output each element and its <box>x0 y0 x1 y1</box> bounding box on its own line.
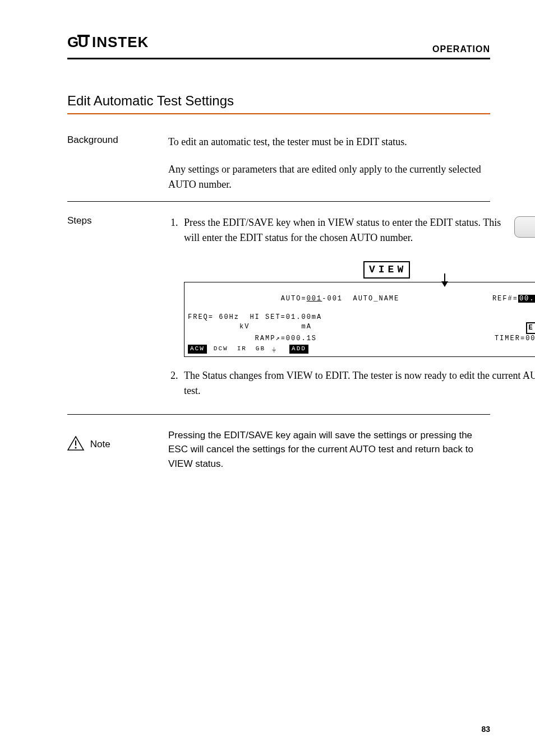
gwinstek-logo-icon: G U INSTEK <box>67 34 163 50</box>
steps-body: Press the EDIT/SAVE key when in VIEW sta… <box>168 215 535 410</box>
lcd-panel: AUTO=001-001 AUTO_NAME REF#=00.00mA FREQ… <box>184 282 535 357</box>
section-title: Edit Automatic Test Settings <box>67 93 490 114</box>
note-text: Pressing the EDIT/SAVE key again will sa… <box>168 428 490 471</box>
lcd-illustration: VIEW AUTO=001-001 AUTO_NAME <box>184 261 535 357</box>
lcd-auto-value: 001 <box>307 295 322 303</box>
edit-save-key-icon <box>514 216 535 238</box>
lcd-tab-add: ADD <box>289 345 308 353</box>
note-label-cell: Note <box>67 428 168 453</box>
lcd-tab-ir: IR <box>235 345 249 353</box>
lcd-line-3: kV mA EDIT <box>188 322 535 334</box>
step-2: The Status changes from VIEW to EDIT. Th… <box>181 368 535 398</box>
svg-point-8 <box>75 447 77 448</box>
steps-label: Steps <box>67 215 168 226</box>
divider <box>67 201 490 202</box>
background-para-1: To edit an automatic test, the tester mu… <box>168 134 490 150</box>
background-label: Background <box>67 134 168 146</box>
brand-logo: G U INSTEK <box>67 34 163 54</box>
lcd-freq-hiset: FREQ= 60Hz HI SET=01.00mA <box>188 313 322 322</box>
header-section-label: OPERATION <box>432 44 490 54</box>
lcd-tab-gb: GB <box>253 345 268 353</box>
lcd-auto-label: AUTO= <box>281 295 307 303</box>
background-row: Background To edit an automatic test, th… <box>67 134 490 197</box>
background-body: To edit an automatic test, the tester mu… <box>168 134 490 197</box>
view-status-badge: VIEW <box>363 261 410 279</box>
lcd-line-2: FREQ= 60Hz HI SET=01.00mA <box>188 313 535 322</box>
lcd-line-1: AUTO=001-001 AUTO_NAME REF#=00.00mA <box>188 285 535 313</box>
step-1-text: Press the EDIT/SAVE key when in VIEW sta… <box>184 215 514 245</box>
lcd-ref-label: REF#= <box>492 295 518 303</box>
svg-rect-2 <box>77 35 90 37</box>
note-body: Pressing the EDIT/SAVE key again will sa… <box>168 428 490 471</box>
lcd-bottom-row: ACW DCW IR GB ⏚ ADD <box>188 345 535 354</box>
caution-icon <box>67 436 84 453</box>
lcd-ref-value: 00.00mA <box>518 295 535 303</box>
lcd-tab-dcw: DCW <box>211 345 230 353</box>
page-header: G U INSTEK OPERATION <box>67 34 490 59</box>
lcd-tab-acw: ACW <box>188 345 207 353</box>
edit-status-box: EDIT <box>526 322 535 334</box>
lcd-line-4: RAMP↗=000.1S TIMER=001.0S <box>188 334 535 344</box>
lcd-kv-ma: kV mA <box>188 322 312 334</box>
background-para-2: Any settings or parameters that are edit… <box>168 162 490 192</box>
lcd-timer: TIMER=001.0S <box>495 334 535 344</box>
step-2-text: The Status changes from VIEW to EDIT. Th… <box>184 370 535 396</box>
steps-list: Press the EDIT/SAVE key when in VIEW sta… <box>168 215 535 398</box>
lcd-ramp: RAMP↗=000.1S <box>188 334 317 344</box>
ground-icon: ⏚ <box>272 345 277 354</box>
note-label: Note <box>90 439 110 449</box>
note-row: Note Pressing the EDIT/SAVE key again wi… <box>67 428 490 471</box>
steps-row: Steps Press the EDIT/SAVE key when in VI… <box>67 215 490 410</box>
step-1: Press the EDIT/SAVE key when in VIEW sta… <box>181 215 535 357</box>
page-number: 83 <box>481 725 490 734</box>
svg-text:INSTEK: INSTEK <box>92 34 149 50</box>
lcd-auto-rest: -001 AUTO_NAME <box>322 295 399 303</box>
divider <box>67 414 490 415</box>
